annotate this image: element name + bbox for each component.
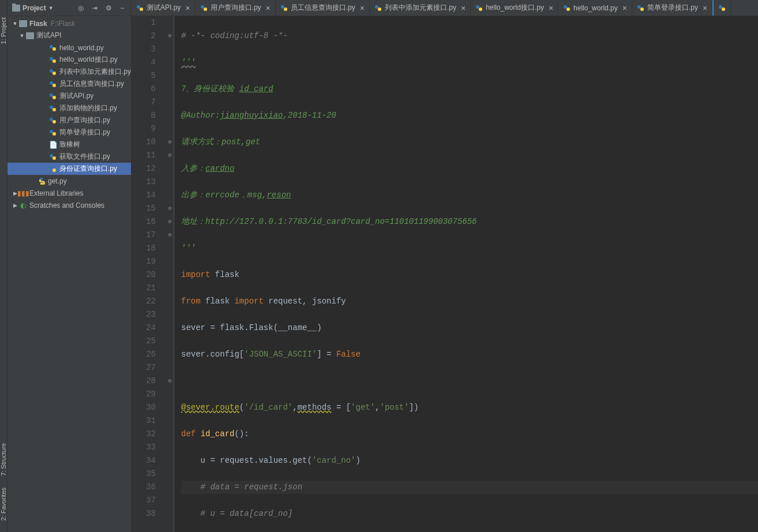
tree-root[interactable]: ▼ Flask F:\Flask xyxy=(7,17,131,29)
line-number[interactable]: 20 xyxy=(132,268,166,282)
fold-marker[interactable] xyxy=(166,43,174,56)
favorites-tool-button[interactable]: 2: Favorites xyxy=(0,488,7,520)
line-number[interactable]: 15 xyxy=(132,202,166,215)
tree-file[interactable]: 📄 致橡树 xyxy=(7,138,131,151)
fold-marker[interactable] xyxy=(166,321,174,335)
line-number[interactable]: 26 xyxy=(132,348,166,361)
chevron-down-icon[interactable]: ▼ xyxy=(12,21,18,27)
line-number[interactable]: 8 xyxy=(132,109,166,122)
tree-scratches[interactable]: ▶ ◐ Scratches and Consoles xyxy=(7,199,131,211)
line-number[interactable]: 9 xyxy=(132,122,166,136)
line-number[interactable]: 37 xyxy=(132,494,166,507)
fold-marker[interactable] xyxy=(166,16,174,29)
fold-marker[interactable] xyxy=(166,414,174,428)
close-icon[interactable]: × xyxy=(266,3,271,13)
line-number[interactable]: 16 xyxy=(132,215,166,228)
line-number[interactable]: 34 xyxy=(132,454,166,467)
line-number[interactable]: 38 xyxy=(132,507,166,520)
fold-marker[interactable] xyxy=(166,335,174,348)
tree-file[interactable]: hello_world接口.py xyxy=(7,54,131,66)
line-number[interactable]: 28 xyxy=(132,374,166,388)
fold-marker[interactable] xyxy=(166,268,174,282)
line-number[interactable]: 10 xyxy=(132,136,166,149)
fold-marker[interactable] xyxy=(166,348,174,361)
tree-file[interactable]: hello_world.py xyxy=(7,42,131,54)
fold-marker[interactable] xyxy=(166,428,174,441)
fold-marker[interactable] xyxy=(166,242,174,255)
line-number[interactable]: 7 xyxy=(132,96,166,109)
editor-tab[interactable]: 用户查询接口.py × xyxy=(196,0,276,16)
line-number[interactable]: 18 xyxy=(132,242,166,255)
gear-icon[interactable]: ⚙ xyxy=(104,4,112,12)
line-number[interactable]: 13 xyxy=(132,175,166,189)
fold-marker[interactable] xyxy=(166,507,174,520)
fold-marker[interactable]: ⊖ xyxy=(166,136,174,149)
line-number[interactable]: 30 xyxy=(132,401,166,414)
fold-marker[interactable]: ⊖ xyxy=(166,29,174,43)
line-number[interactable]: 3 xyxy=(132,43,166,56)
tree-file[interactable]: 测试API.py xyxy=(7,90,131,102)
fold-marker[interactable]: ⊖ xyxy=(166,202,174,215)
editor-tab[interactable]: hello_world.py × xyxy=(558,0,632,16)
line-number[interactable]: 21 xyxy=(132,282,166,295)
editor-tabs[interactable]: 测试API.py × 用户查询接口.py × 员工信息查询接口.py × 列表中… xyxy=(132,0,758,16)
editor-tab[interactable]: 简单登录接口.py × xyxy=(632,0,712,16)
fold-marker[interactable] xyxy=(166,282,174,295)
line-number[interactable]: 4 xyxy=(132,56,166,69)
tree-file[interactable]: 员工信息查询接口.py xyxy=(7,78,131,90)
line-number[interactable]: 23 xyxy=(132,308,166,321)
fold-marker[interactable] xyxy=(166,494,174,507)
fold-marker[interactable] xyxy=(166,175,174,189)
fold-marker[interactable] xyxy=(166,481,174,494)
tree-file[interactable]: 身份证查询接口.py xyxy=(7,163,131,175)
editor-tab[interactable]: hello_world接口.py × xyxy=(471,0,558,16)
fold-marker[interactable]: ⊖ xyxy=(166,374,174,388)
line-number[interactable]: 2 xyxy=(132,29,166,43)
close-icon[interactable]: × xyxy=(461,3,466,13)
tree-file[interactable]: 简单登录接口.py xyxy=(7,126,131,138)
line-number[interactable]: 12 xyxy=(132,162,166,175)
fold-marker[interactable]: ⊖ xyxy=(166,215,174,228)
fold-marker[interactable] xyxy=(166,361,174,374)
fold-marker[interactable] xyxy=(166,308,174,321)
fold-marker[interactable] xyxy=(166,441,174,454)
fold-marker[interactable]: ⊖ xyxy=(166,228,174,242)
line-number[interactable]: 36 xyxy=(132,481,166,494)
line-number[interactable]: 22 xyxy=(132,295,166,308)
line-number[interactable]: 1 xyxy=(132,16,166,29)
chevron-down-icon[interactable]: ▼ xyxy=(19,33,25,39)
tree-file[interactable]: get.py xyxy=(7,175,131,187)
fold-marker[interactable] xyxy=(166,69,174,83)
structure-tool-button[interactable]: 7: Structure xyxy=(0,443,7,476)
fold-gutter[interactable]: ⊖⊖⊖⊖⊖⊖⊖ xyxy=(166,16,174,532)
editor-tab[interactable]: 列表中添加元素接口.py × xyxy=(370,0,471,16)
code-editor[interactable]: 1234567891011121314151617181920212223242… xyxy=(132,16,758,532)
tree-ext-libs[interactable]: ▶ ▮▮▮ External Libraries xyxy=(7,187,131,199)
line-number[interactable]: 24 xyxy=(132,321,166,335)
line-number[interactable]: 11 xyxy=(132,149,166,162)
tree-file[interactable]: 用户查询接口.py xyxy=(7,114,131,126)
target-icon[interactable]: ◎ xyxy=(77,4,85,12)
fold-marker[interactable] xyxy=(166,388,174,401)
line-number[interactable]: 29 xyxy=(132,388,166,401)
editor-tab-more[interactable] xyxy=(712,0,731,16)
editor-tab[interactable]: 测试API.py × xyxy=(132,0,196,16)
line-number[interactable]: 27 xyxy=(132,361,166,374)
line-number[interactable]: 32 xyxy=(132,428,166,441)
close-icon[interactable]: × xyxy=(622,3,627,13)
chevron-right-icon[interactable]: ▶ xyxy=(12,203,18,208)
tree-file[interactable]: 添加购物的接口.py xyxy=(7,102,131,114)
tree-file[interactable]: 获取文件接口.py xyxy=(7,151,131,163)
fold-marker[interactable] xyxy=(166,255,174,268)
line-number[interactable]: 35 xyxy=(132,467,166,481)
fold-marker[interactable] xyxy=(166,162,174,175)
close-icon[interactable]: × xyxy=(549,3,553,13)
close-icon[interactable]: × xyxy=(360,3,365,13)
line-number[interactable]: 5 xyxy=(132,69,166,83)
fold-marker[interactable] xyxy=(166,109,174,122)
fold-marker[interactable] xyxy=(166,189,174,202)
minimize-icon[interactable]: − xyxy=(118,4,126,12)
fold-marker[interactable] xyxy=(166,467,174,481)
fold-marker[interactable] xyxy=(166,56,174,69)
fold-marker[interactable] xyxy=(166,454,174,467)
